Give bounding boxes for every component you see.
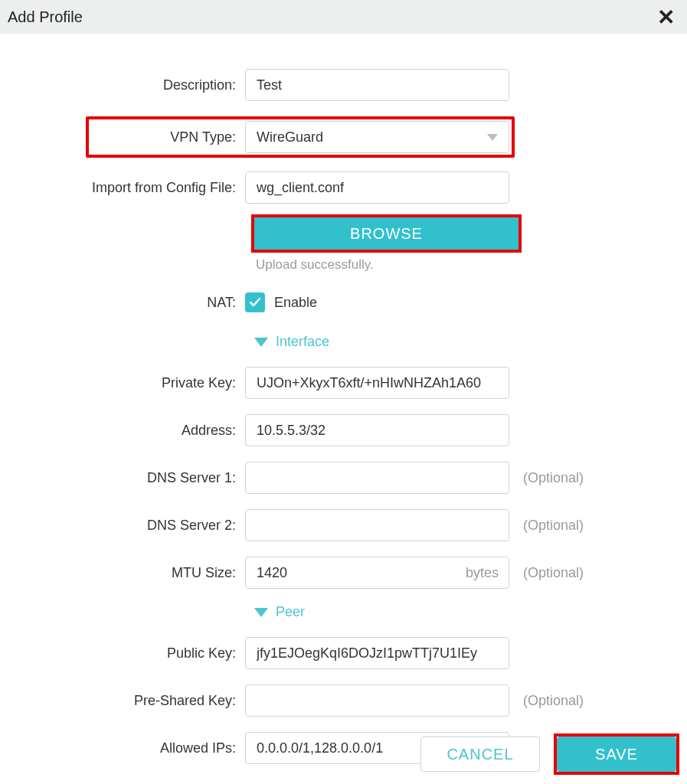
row-browse: BROWSE bbox=[251, 214, 687, 253]
section-interface-label: Interface bbox=[276, 334, 329, 350]
section-peer-toggle[interactable]: Peer bbox=[254, 604, 687, 620]
label-import: Import from Config File: bbox=[0, 180, 245, 196]
cancel-button[interactable]: CANCEL bbox=[420, 737, 540, 772]
highlight-vpn-type: VPN Type: WireGuard bbox=[86, 116, 515, 158]
triangle-down-icon bbox=[254, 608, 268, 617]
label-address: Address: bbox=[0, 423, 245, 439]
save-button[interactable]: SAVE bbox=[557, 737, 676, 772]
mtu-optional: (Optional) bbox=[509, 565, 584, 581]
label-nat: NAT: bbox=[0, 295, 245, 311]
row-import: Import from Config File: bbox=[0, 172, 687, 204]
check-icon bbox=[249, 296, 261, 309]
triangle-down-icon bbox=[254, 338, 268, 347]
dialog-titlebar: Add Profile ✕ bbox=[0, 0, 687, 34]
address-input[interactable] bbox=[245, 414, 509, 446]
label-psk: Pre-Shared Key: bbox=[0, 693, 245, 709]
close-icon[interactable]: ✕ bbox=[657, 5, 675, 30]
upload-status-text: Upload successfully. bbox=[256, 257, 687, 273]
label-private-key: Private Key: bbox=[0, 375, 245, 391]
private-key-input[interactable] bbox=[245, 367, 509, 399]
nat-enable-checkbox[interactable] bbox=[245, 292, 265, 312]
row-dns2: DNS Server 2: (Optional) bbox=[0, 509, 687, 541]
label-mtu: MTU Size: bbox=[0, 565, 245, 581]
row-mtu: MTU Size: bytes (Optional) bbox=[0, 557, 687, 589]
dns1-optional: (Optional) bbox=[509, 470, 584, 486]
section-peer-label: Peer bbox=[276, 604, 305, 620]
label-description: Description: bbox=[0, 77, 245, 93]
add-profile-form: Description: VPN Type: WireGuard Import … bbox=[0, 34, 687, 764]
nat-enable-label: Enable bbox=[274, 295, 317, 311]
section-interface-toggle[interactable]: Interface bbox=[254, 334, 687, 350]
public-key-input[interactable] bbox=[245, 637, 509, 669]
dns1-input[interactable] bbox=[245, 462, 509, 494]
vpn-type-value: WireGuard bbox=[257, 129, 323, 145]
row-vpn-type: VPN Type: WireGuard bbox=[0, 116, 687, 158]
dns2-optional: (Optional) bbox=[509, 518, 584, 534]
row-public-key: Public Key: bbox=[0, 637, 687, 669]
dialog-title: Add Profile bbox=[8, 8, 83, 26]
label-public-key: Public Key: bbox=[0, 645, 245, 662]
row-nat: NAT: Enable bbox=[0, 292, 687, 312]
highlight-save: SAVE bbox=[554, 733, 679, 775]
vpn-type-select[interactable]: WireGuard bbox=[245, 121, 509, 153]
label-vpn-type: VPN Type: bbox=[89, 129, 245, 145]
dialog-footer: CANCEL SAVE bbox=[420, 733, 679, 775]
import-file-input[interactable] bbox=[245, 172, 509, 204]
label-dns1: DNS Server 1: bbox=[0, 470, 245, 486]
psk-optional: (Optional) bbox=[509, 693, 584, 709]
dns2-input[interactable] bbox=[245, 509, 509, 541]
row-psk: Pre-Shared Key: (Optional) bbox=[0, 684, 687, 717]
row-address: Address: bbox=[0, 414, 687, 446]
label-allowed-ips: Allowed IPs: bbox=[0, 740, 245, 756]
label-dns2: DNS Server 2: bbox=[0, 518, 245, 534]
mtu-input[interactable] bbox=[245, 557, 509, 589]
row-dns1: DNS Server 1: (Optional) bbox=[0, 462, 687, 494]
chevron-down-icon bbox=[487, 134, 498, 141]
psk-input[interactable] bbox=[245, 684, 509, 717]
browse-button[interactable]: BROWSE bbox=[254, 217, 519, 250]
row-private-key: Private Key: bbox=[0, 367, 687, 399]
description-input[interactable] bbox=[245, 69, 509, 101]
highlight-browse: BROWSE bbox=[251, 214, 522, 253]
row-description: Description: bbox=[0, 69, 687, 101]
